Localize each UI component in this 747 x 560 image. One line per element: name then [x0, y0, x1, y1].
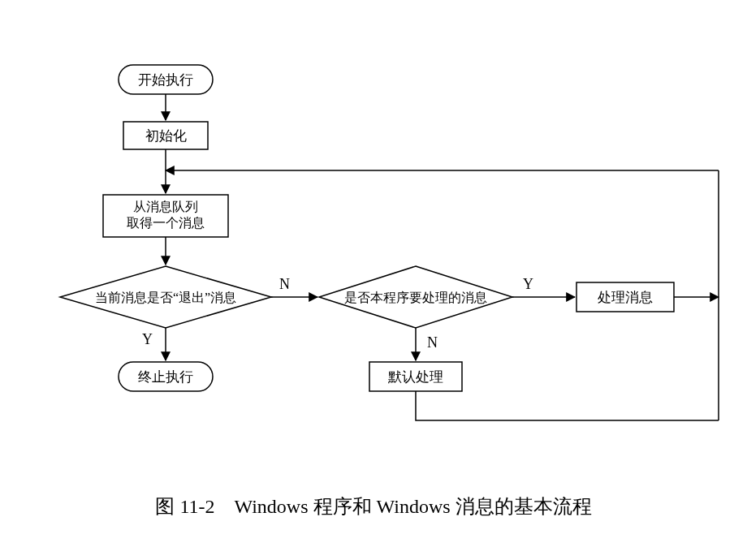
node-init-label: 初始化 — [145, 128, 187, 144]
label-ours-Y: Y — [523, 276, 533, 292]
node-is-ours-label: 是否本程序要处理的消息 — [344, 291, 487, 304]
label-quit-Y: Y — [142, 331, 153, 347]
node-start: 开始执行 — [119, 65, 213, 94]
node-getmsg: 从消息队列 取得一个消息 — [103, 195, 228, 237]
label-quit-N: N — [279, 276, 290, 292]
edge-default-loop-h — [416, 391, 719, 420]
node-terminate: 终止执行 — [119, 362, 213, 391]
node-process-label: 处理消息 — [598, 290, 653, 305]
node-default: 默认处理 — [369, 362, 462, 391]
node-init: 初始化 — [123, 122, 208, 149]
node-is-quit: 当前消息是否“退出”消息 — [60, 266, 271, 328]
figure-caption: 图 11-2 Windows 程序和 Windows 消息的基本流程 — [0, 493, 747, 519]
node-default-label: 默认处理 — [387, 369, 443, 385]
node-getmsg-label1: 从消息队列 — [133, 200, 198, 213]
node-is-quit-label: 当前消息是否“退出”消息 — [95, 291, 236, 304]
node-process: 处理消息 — [576, 282, 674, 312]
label-ours-N: N — [427, 334, 438, 351]
node-start-label: 开始执行 — [138, 72, 193, 88]
node-getmsg-label2: 取得一个消息 — [127, 216, 205, 230]
node-is-ours: 是否本程序要处理的消息 — [319, 266, 512, 328]
node-terminate-label: 终止执行 — [138, 369, 193, 385]
